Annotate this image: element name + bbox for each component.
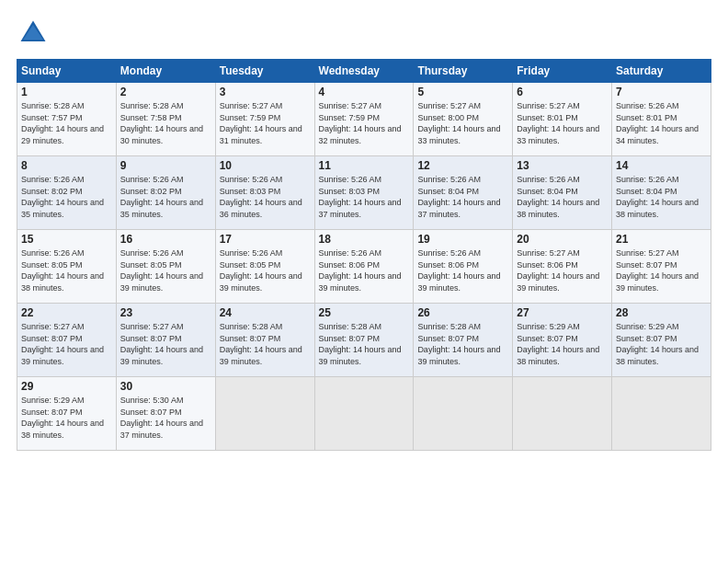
cell-daylight: Daylight: 14 hours and 38 minutes. <box>21 419 104 440</box>
cell-sunrise: Sunrise: 5:26 AM <box>120 175 184 184</box>
day-number: 28 <box>616 306 707 319</box>
cell-sunset: Sunset: 8:07 PM <box>319 334 381 343</box>
cell-sunrise: Sunrise: 5:28 AM <box>120 101 184 110</box>
day-number: 16 <box>120 233 211 246</box>
cell-sunrise: Sunrise: 5:29 AM <box>616 322 679 331</box>
cell-sunrise: Sunrise: 5:28 AM <box>220 322 283 331</box>
day-number: 30 <box>120 380 211 393</box>
weekday-header-tuesday: Tuesday <box>215 60 314 83</box>
cell-sunrise: Sunrise: 5:26 AM <box>220 248 283 258</box>
cell-sunrise: Sunrise: 5:27 AM <box>616 248 679 258</box>
calendar-cell <box>612 377 711 451</box>
cell-daylight: Daylight: 14 hours and 38 minutes. <box>616 345 699 366</box>
cell-sunset: Sunset: 8:04 PM <box>616 187 677 196</box>
day-number: 19 <box>417 233 508 246</box>
calendar-cell: 11 Sunrise: 5:26 AM Sunset: 8:03 PM Dayl… <box>314 156 414 230</box>
cell-sunset: Sunset: 8:07 PM <box>417 334 479 343</box>
cell-daylight: Daylight: 14 hours and 39 minutes. <box>220 271 302 293</box>
day-number: 13 <box>517 159 608 172</box>
calendar-cell: 22 Sunrise: 5:27 AM Sunset: 8:07 PM Dayl… <box>17 304 117 377</box>
weekday-header-sunday: Sunday <box>17 60 117 83</box>
cell-sunrise: Sunrise: 5:26 AM <box>319 248 382 258</box>
cell-sunrise: Sunrise: 5:26 AM <box>616 101 679 110</box>
cell-daylight: Daylight: 14 hours and 39 minutes. <box>120 271 203 293</box>
day-number: 27 <box>517 306 608 319</box>
cell-sunset: Sunset: 8:05 PM <box>120 260 182 270</box>
cell-sunrise: Sunrise: 5:27 AM <box>319 101 382 110</box>
day-number: 14 <box>616 159 707 172</box>
calendar-cell: 18 Sunrise: 5:26 AM Sunset: 8:06 PM Dayl… <box>314 230 414 304</box>
cell-daylight: Daylight: 14 hours and 29 minutes. <box>21 124 104 145</box>
calendar-week-row: 1 Sunrise: 5:28 AM Sunset: 7:57 PM Dayli… <box>17 83 711 156</box>
calendar-cell: 25 Sunrise: 5:28 AM Sunset: 8:07 PM Dayl… <box>314 304 414 377</box>
cell-sunrise: Sunrise: 5:26 AM <box>417 248 481 258</box>
calendar-cell: 4 Sunrise: 5:27 AM Sunset: 7:59 PM Dayli… <box>314 83 414 156</box>
calendar-cell: 30 Sunrise: 5:30 AM Sunset: 8:07 PM Dayl… <box>116 377 215 451</box>
cell-daylight: Daylight: 14 hours and 38 minutes. <box>21 271 104 293</box>
day-number: 26 <box>417 306 508 319</box>
cell-sunrise: Sunrise: 5:26 AM <box>220 175 283 184</box>
day-number: 8 <box>21 159 112 172</box>
cell-daylight: Daylight: 14 hours and 39 minutes. <box>417 271 500 293</box>
cell-daylight: Daylight: 14 hours and 37 minutes. <box>417 198 500 219</box>
cell-daylight: Daylight: 14 hours and 37 minutes. <box>120 419 203 440</box>
cell-daylight: Daylight: 14 hours and 39 minutes. <box>319 345 402 366</box>
calendar-cell: 5 Sunrise: 5:27 AM Sunset: 8:00 PM Dayli… <box>414 83 513 156</box>
calendar-cell: 6 Sunrise: 5:27 AM Sunset: 8:01 PM Dayli… <box>513 83 612 156</box>
weekday-header-row: SundayMondayTuesdayWednesdayThursdayFrid… <box>17 60 711 83</box>
day-number: 21 <box>616 233 707 246</box>
calendar-cell: 26 Sunrise: 5:28 AM Sunset: 8:07 PM Dayl… <box>414 304 513 377</box>
calendar-cell: 12 Sunrise: 5:26 AM Sunset: 8:04 PM Dayl… <box>414 156 513 230</box>
cell-sunset: Sunset: 8:02 PM <box>120 187 182 196</box>
calendar-week-row: 15 Sunrise: 5:26 AM Sunset: 8:05 PM Dayl… <box>17 230 711 304</box>
cell-sunset: Sunset: 8:07 PM <box>120 334 182 343</box>
cell-sunset: Sunset: 8:03 PM <box>220 187 281 196</box>
cell-sunset: Sunset: 8:04 PM <box>517 187 578 196</box>
day-number: 4 <box>319 86 410 98</box>
day-number: 3 <box>220 86 311 98</box>
cell-daylight: Daylight: 14 hours and 39 minutes. <box>417 345 500 366</box>
cell-daylight: Daylight: 14 hours and 38 minutes. <box>517 198 599 219</box>
cell-daylight: Daylight: 14 hours and 33 minutes. <box>417 124 500 145</box>
cell-sunset: Sunset: 7:57 PM <box>21 113 83 122</box>
weekday-header-thursday: Thursday <box>414 60 513 83</box>
logo <box>17 17 55 50</box>
calendar-cell: 2 Sunrise: 5:28 AM Sunset: 7:58 PM Dayli… <box>116 83 215 156</box>
cell-sunrise: Sunrise: 5:29 AM <box>21 396 85 405</box>
day-number: 29 <box>21 380 112 393</box>
cell-sunset: Sunset: 7:59 PM <box>319 113 381 122</box>
cell-daylight: Daylight: 14 hours and 38 minutes. <box>616 198 699 219</box>
cell-daylight: Daylight: 14 hours and 37 minutes. <box>319 198 402 219</box>
cell-daylight: Daylight: 14 hours and 34 minutes. <box>616 124 699 145</box>
calendar-cell: 16 Sunrise: 5:26 AM Sunset: 8:05 PM Dayl… <box>116 230 215 304</box>
day-number: 25 <box>319 306 410 319</box>
calendar-cell: 23 Sunrise: 5:27 AM Sunset: 8:07 PM Dayl… <box>116 304 215 377</box>
cell-sunrise: Sunrise: 5:26 AM <box>21 248 85 258</box>
cell-sunset: Sunset: 8:07 PM <box>21 408 83 417</box>
cell-sunrise: Sunrise: 5:26 AM <box>21 175 85 184</box>
calendar-cell <box>314 377 414 451</box>
calendar-cell <box>513 377 612 451</box>
cell-sunrise: Sunrise: 5:27 AM <box>517 248 580 258</box>
day-number: 6 <box>517 86 608 98</box>
calendar-cell: 14 Sunrise: 5:26 AM Sunset: 8:04 PM Dayl… <box>612 156 711 230</box>
cell-daylight: Daylight: 14 hours and 39 minutes. <box>616 271 699 293</box>
calendar-cell: 15 Sunrise: 5:26 AM Sunset: 8:05 PM Dayl… <box>17 230 117 304</box>
cell-daylight: Daylight: 14 hours and 36 minutes. <box>220 198 302 219</box>
day-number: 9 <box>120 159 211 172</box>
cell-daylight: Daylight: 14 hours and 33 minutes. <box>517 124 599 145</box>
day-number: 2 <box>120 86 211 98</box>
cell-sunset: Sunset: 8:01 PM <box>616 113 677 122</box>
calendar-cell: 8 Sunrise: 5:26 AM Sunset: 8:02 PM Dayli… <box>17 156 117 230</box>
calendar-cell: 13 Sunrise: 5:26 AM Sunset: 8:04 PM Dayl… <box>513 156 612 230</box>
cell-sunset: Sunset: 8:07 PM <box>616 260 677 270</box>
cell-daylight: Daylight: 14 hours and 30 minutes. <box>120 124 203 145</box>
calendar-cell: 19 Sunrise: 5:26 AM Sunset: 8:06 PM Dayl… <box>414 230 513 304</box>
calendar-cell: 24 Sunrise: 5:28 AM Sunset: 8:07 PM Dayl… <box>215 304 314 377</box>
logo-icon <box>17 17 50 50</box>
day-number: 5 <box>417 86 508 98</box>
cell-sunset: Sunset: 8:06 PM <box>319 260 381 270</box>
calendar-cell <box>215 377 314 451</box>
calendar-cell: 21 Sunrise: 5:27 AM Sunset: 8:07 PM Dayl… <box>612 230 711 304</box>
top-section <box>17 17 711 50</box>
